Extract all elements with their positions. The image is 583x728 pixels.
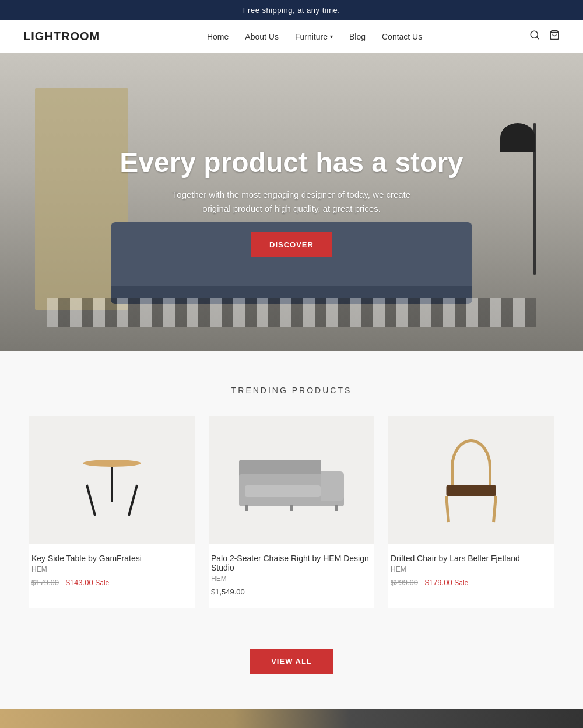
nav-item-contact[interactable]: Contact Us	[382, 32, 422, 42]
chair-seat	[447, 485, 496, 496]
lamp-shade	[500, 123, 535, 152]
announcement-bar: Free shipping, at any time.	[0, 0, 583, 20]
nav-item-home[interactable]: Home	[207, 32, 229, 42]
view-all-button[interactable]: VIEW ALL	[250, 649, 333, 674]
price-sale-chair: $179.00	[425, 578, 452, 587]
search-icon	[529, 30, 540, 40]
nav-link-contact[interactable]: Contact Us	[382, 32, 422, 41]
product-name-sofa: Palo 2-Seater Chaise Right by HEM Design…	[211, 554, 372, 572]
trending-section: TRENDING PRODUCTS Key Side Table by GamF…	[0, 351, 583, 631]
header: LIGHTROOM Home About Us Furniture ▾ Blog…	[0, 20, 583, 53]
rug-decoration	[47, 298, 536, 327]
product-info-table: Key Side Table by GamFratesi HEM $179.00…	[29, 544, 195, 598]
main-nav: Home About Us Furniture ▾ Blog Contact U…	[207, 32, 422, 42]
announcement-text: Free shipping, at any time.	[243, 6, 340, 15]
product-name-table: Key Side Table by GamFratesi	[31, 554, 192, 563]
product-brand-table: HEM	[31, 565, 192, 573]
price-original-chair: $299.00	[391, 578, 418, 587]
sofa-leg-2	[290, 505, 293, 511]
table-leg-center	[111, 467, 113, 502]
sofa-leg-3	[335, 505, 338, 511]
hero-title: Every product has a story	[120, 146, 463, 178]
product-image-sofa	[209, 416, 374, 544]
product-info-chair: Drifted Chair by Lars Beller Fjetland HE…	[388, 544, 554, 598]
sofa-arm	[321, 471, 344, 501]
product-card-chair[interactable]: Drifted Chair by Lars Beller Fjetland HE…	[388, 416, 554, 608]
sale-label-chair: Sale	[454, 579, 468, 587]
nav-link-about[interactable]: About Us	[245, 32, 279, 41]
product-price-sofa: $1,549.00	[211, 587, 372, 596]
svg-line-1	[536, 37, 538, 38]
product-price-table: $179.00 $143.00 Sale	[31, 578, 192, 587]
nav-link-home[interactable]: Home	[207, 32, 229, 43]
table-leg-left	[86, 484, 96, 516]
product-brand-sofa: HEM	[211, 575, 372, 583]
hero-content: Every product has a story Together with …	[96, 146, 487, 257]
nav-link-blog[interactable]: Blog	[349, 32, 366, 41]
nav-item-about[interactable]: About Us	[245, 32, 279, 42]
product-card-sofa[interactable]: Palo 2-Seater Chaise Right by HEM Design…	[209, 416, 374, 608]
footer-preview	[0, 709, 583, 728]
header-icons	[529, 30, 560, 43]
price-sale-table: $143.00	[66, 578, 93, 587]
hero-subtitle: Together with the most engaging designer…	[120, 188, 463, 216]
sofa-leg-1	[245, 505, 248, 511]
table-top	[83, 460, 141, 467]
chair-leg-right	[492, 496, 497, 522]
cart-icon	[549, 30, 560, 40]
price-original-table: $179.00	[31, 578, 59, 587]
chevron-down-icon: ▾	[330, 33, 333, 40]
view-all-section: VIEW ALL	[0, 631, 583, 709]
product-image-chair	[388, 416, 554, 544]
sofa-cushion	[245, 485, 321, 497]
price-regular-sofa: $1,549.00	[211, 587, 245, 596]
cart-button[interactable]	[549, 30, 560, 43]
chair-illustration	[433, 439, 509, 521]
sale-label-table: Sale	[95, 579, 109, 587]
product-name-chair: Drifted Chair by Lars Beller Fjetland	[391, 554, 552, 563]
nav-link-furniture: Furniture	[295, 32, 328, 41]
product-brand-chair: HEM	[391, 565, 552, 573]
hero-section: Every product has a story Together with …	[0, 53, 583, 351]
product-info-sofa: Palo 2-Seater Chaise Right by HEM Design…	[209, 544, 374, 608]
sofa-illustration	[239, 454, 344, 506]
chair-leg-left	[445, 496, 450, 522]
product-image-table	[29, 416, 195, 544]
nav-item-blog[interactable]: Blog	[349, 32, 366, 42]
discover-button[interactable]: DISCOVER	[251, 232, 332, 257]
nav-list: Home About Us Furniture ▾ Blog Contact U…	[207, 32, 422, 42]
table-leg-right	[128, 484, 138, 516]
product-card-table[interactable]: Key Side Table by GamFratesi HEM $179.00…	[29, 416, 195, 608]
table-illustration	[71, 442, 153, 518]
logo[interactable]: LIGHTROOM	[23, 30, 100, 43]
nav-item-furniture[interactable]: Furniture ▾	[295, 32, 333, 41]
sofa-legs	[245, 505, 338, 511]
trending-title: TRENDING PRODUCTS	[23, 386, 560, 395]
products-grid: Key Side Table by GamFratesi HEM $179.00…	[29, 416, 554, 608]
nav-dropdown-furniture[interactable]: Furniture ▾	[295, 32, 333, 41]
product-price-chair: $299.00 $179.00 Sale	[391, 578, 552, 587]
search-button[interactable]	[529, 30, 540, 43]
